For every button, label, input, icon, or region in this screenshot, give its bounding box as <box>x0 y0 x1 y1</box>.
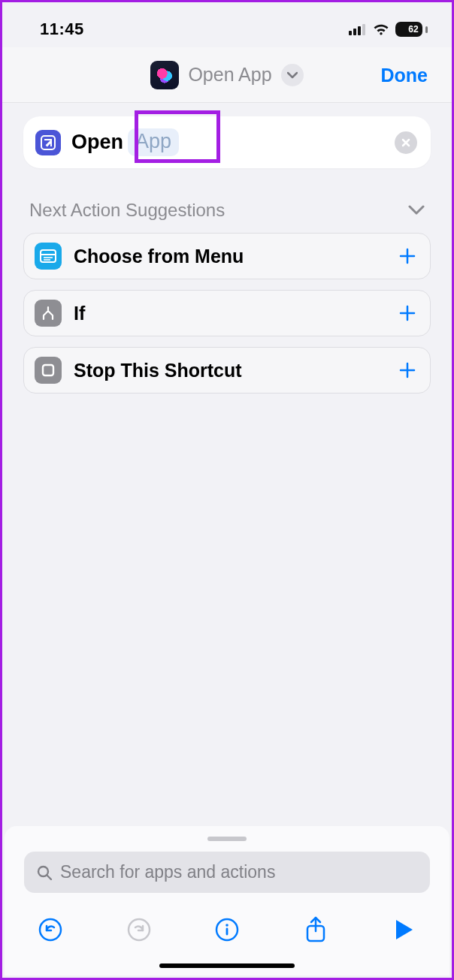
suggestion-item-stop-shortcut[interactable]: Stop This Shortcut <box>23 347 431 394</box>
suggestion-label: Stop This Shortcut <box>74 360 242 381</box>
home-indicator[interactable] <box>159 963 295 968</box>
action-card-open-app[interactable]: Open App <box>23 116 431 168</box>
suggestion-label: Choose from Menu <box>74 246 244 267</box>
add-action-button[interactable] <box>398 304 416 322</box>
undo-button[interactable] <box>36 915 65 944</box>
sheet-grabber[interactable] <box>207 837 247 841</box>
redo-button[interactable] <box>125 915 153 944</box>
header-title-group[interactable]: Open App <box>150 61 303 89</box>
run-button[interactable] <box>389 915 418 944</box>
share-button[interactable] <box>301 915 330 944</box>
status-time: 11:45 <box>40 20 84 39</box>
search-icon <box>36 864 53 881</box>
svg-rect-15 <box>226 928 229 936</box>
bottom-sheet[interactable] <box>5 826 449 975</box>
suggestions-title: Next Action Suggestions <box>29 200 225 221</box>
svg-point-14 <box>225 924 229 927</box>
bottom-toolbar <box>5 893 449 959</box>
suggestions-header[interactable]: Next Action Suggestions <box>23 168 431 233</box>
svg-line-10 <box>47 875 52 879</box>
svg-rect-1 <box>353 29 356 35</box>
done-button[interactable]: Done <box>381 64 428 86</box>
branch-icon <box>35 300 62 327</box>
battery-percent: 62 <box>408 24 418 35</box>
suggestion-item-if[interactable]: If <box>23 290 431 336</box>
wifi-icon <box>372 23 390 36</box>
svg-rect-8 <box>43 365 53 375</box>
action-open-label: Open <box>71 131 123 154</box>
stop-icon <box>35 357 62 384</box>
chevron-down-icon <box>408 205 425 216</box>
battery-cap-icon <box>425 26 428 33</box>
clear-action-button[interactable] <box>395 131 417 154</box>
content-area: Open App Next Action Suggestions Choose … <box>2 103 452 394</box>
svg-rect-0 <box>349 31 352 35</box>
suggestion-item-choose-from-menu[interactable]: Choose from Menu <box>23 233 431 279</box>
add-action-button[interactable] <box>398 361 416 379</box>
cellular-icon <box>349 23 367 35</box>
suggestion-label: If <box>74 303 85 324</box>
status-bar: 11:45 62 <box>2 2 452 47</box>
add-action-button[interactable] <box>398 247 416 265</box>
battery-icon: 62 <box>395 22 422 37</box>
header: Open App Done <box>2 47 452 103</box>
search-input[interactable] <box>60 862 418 882</box>
open-app-icon <box>35 130 61 155</box>
app-parameter-chip[interactable]: App <box>128 128 179 156</box>
menu-icon <box>35 243 62 270</box>
svg-rect-3 <box>362 24 365 35</box>
header-title: Open App <box>188 64 271 86</box>
status-right-cluster: 62 <box>349 22 428 37</box>
shortcuts-app-icon <box>150 61 179 89</box>
info-button[interactable] <box>213 915 241 944</box>
search-field[interactable] <box>24 852 430 893</box>
chevron-down-icon[interactable] <box>281 64 304 86</box>
svg-rect-2 <box>358 26 361 35</box>
